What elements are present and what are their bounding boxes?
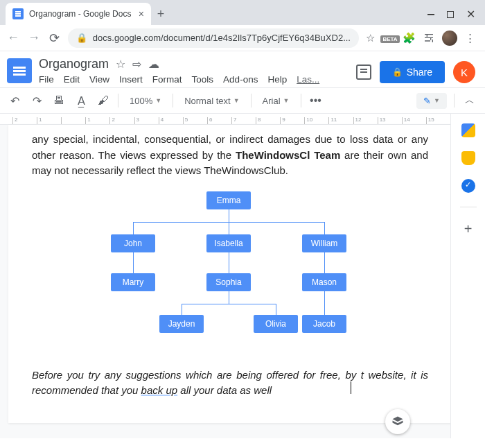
style-value: Normal text [184, 96, 230, 106]
org-node-jacob[interactable]: Jacob [302, 315, 346, 333]
paragraph-style-dropdown[interactable]: Normal text ▼ [180, 96, 243, 106]
org-node-jayden[interactable]: Jayden [159, 315, 204, 333]
org-node-olivia[interactable]: Olivia [254, 315, 298, 333]
tab-title: Organogram - Google Docs [29, 9, 133, 19]
browser-titlebar: Organogram - Google Docs × + ✕ [0, 0, 485, 25]
star-outline-icon[interactable]: ☆ [116, 58, 125, 71]
comment-history-icon[interactable] [356, 64, 371, 80]
org-node-isabella[interactable]: Isabella [206, 234, 251, 252]
menu-file[interactable]: File [39, 74, 54, 85]
star-icon[interactable]: ☆ [364, 32, 377, 44]
connector [133, 222, 134, 234]
lock-icon: 🔒 [76, 33, 87, 43]
chevron-down-icon: ▼ [155, 97, 161, 104]
org-node-marry[interactable]: Marry [111, 273, 155, 291]
more-tools-icon[interactable]: ••• [308, 94, 324, 107]
collapse-toolbar-icon[interactable]: ︿ [461, 94, 478, 107]
connector [229, 222, 229, 234]
document-scroll[interactable]: 21123456789101112131415 any special, inc… [0, 114, 450, 438]
menu-insert[interactable]: Insert [119, 74, 143, 85]
window-close-icon[interactable]: ✕ [466, 11, 475, 18]
account-avatar[interactable]: K [453, 61, 475, 83]
spellcheck-icon[interactable]: A̲ [73, 94, 89, 107]
chrome-menu-icon[interactable]: ⋮ [464, 32, 477, 44]
text-cursor [351, 381, 352, 394]
menu-format[interactable]: Format [152, 74, 182, 85]
toolbar: ↶ ↷ 🖶 A̲ 🖌 100% ▼ Normal text ▼ Arial ▼ … [0, 87, 485, 114]
separator [251, 94, 252, 107]
nav-reload-icon[interactable]: ⟳ [47, 31, 62, 46]
chevron-down-icon: ▼ [434, 97, 440, 104]
share-button[interactable]: 🔒 Share [380, 61, 445, 83]
account-initial: K [461, 67, 468, 78]
print-icon[interactable]: 🖶 [51, 94, 67, 107]
redo-icon[interactable]: ↷ [29, 94, 44, 107]
tab-close-icon[interactable]: × [139, 8, 144, 19]
pencil-icon: ✎ [423, 96, 431, 106]
font-dropdown[interactable]: Arial ▼ [258, 96, 294, 106]
side-panel: + [450, 114, 485, 438]
org-node-john[interactable]: John [111, 234, 155, 252]
paragraph: Before you try any suggestions which are… [32, 368, 428, 399]
undo-icon[interactable]: ↶ [7, 94, 22, 107]
url-text: docs.google.com/document/d/1e4s2Ils7Tp6y… [93, 33, 351, 43]
chevron-down-icon: ▼ [283, 97, 290, 104]
document-title[interactable]: Organogram [39, 57, 109, 71]
google-docs-logo-icon[interactable] [7, 58, 32, 83]
separator [460, 207, 477, 207]
menu-view[interactable]: View [89, 74, 109, 85]
main-area: 21123456789101112131415 any special, inc… [0, 114, 485, 438]
font-value: Arial [263, 96, 281, 106]
settings-slider-icon[interactable] [423, 32, 435, 44]
org-node-emma[interactable]: Emma [206, 191, 251, 209]
extension-icons: ☆ BETA 🧩 ⋮ [364, 31, 479, 46]
cloud-status-icon[interactable]: ☁ [148, 58, 159, 71]
connector [229, 209, 229, 222]
extension-shield-icon[interactable]: BETA [384, 32, 396, 44]
menu-help[interactable]: Help [267, 74, 287, 85]
zoom-dropdown[interactable]: 100% ▼ [125, 96, 166, 106]
nav-back-icon[interactable]: ← [6, 31, 21, 45]
explore-button[interactable] [385, 409, 410, 434]
organogram-diagram[interactable]: Emma John Isabella William Marry Sophia … [91, 191, 369, 351]
google-keep-icon[interactable] [461, 151, 475, 165]
docs-favicon-icon [12, 8, 24, 19]
separator [301, 94, 301, 107]
connector [276, 304, 276, 315]
org-node-william[interactable]: William [302, 234, 346, 252]
window-minimize-icon[interactable] [427, 14, 434, 15]
menu-bar: File Edit View Insert Format Tools Add-o… [39, 74, 349, 85]
connector [229, 291, 229, 304]
share-label: Share [407, 67, 432, 78]
profile-avatar-icon[interactable] [442, 31, 457, 46]
extensions-puzzle-icon[interactable]: 🧩 [403, 32, 416, 44]
document-page[interactable]: any special, incidental, consequential, … [8, 125, 450, 423]
window-maximize-icon[interactable] [447, 11, 454, 18]
connector [324, 222, 325, 234]
google-calendar-icon[interactable] [461, 123, 475, 137]
org-node-mason[interactable]: Mason [302, 273, 346, 291]
menu-addons[interactable]: Add-ons [223, 74, 258, 85]
move-folder-icon[interactable]: ⇨ [132, 58, 141, 71]
horizontal-ruler[interactable]: 21123456789101112131415 [0, 114, 450, 125]
docs-header: Organogram ☆ ⇨ ☁ File Edit View Insert F… [0, 51, 485, 87]
window-controls: ✕ [427, 11, 485, 25]
org-node-sophia[interactable]: Sophia [206, 273, 251, 291]
paragraph: any special, incidental, consequential, … [32, 132, 428, 179]
connector [324, 291, 325, 315]
browser-tab[interactable]: Organogram - Google Docs × [6, 3, 151, 25]
connector [182, 304, 276, 304]
url-field[interactable]: 🔒 docs.google.com/document/d/1e4s2Ils7Tp… [68, 28, 359, 48]
menu-last-edit[interactable]: Las... [297, 74, 319, 85]
paint-format-icon[interactable]: 🖌 [96, 94, 111, 107]
menu-tools[interactable]: Tools [192, 74, 214, 85]
add-addon-icon[interactable]: + [464, 221, 473, 237]
separator [118, 94, 118, 107]
zoom-value: 100% [130, 96, 152, 106]
new-tab-button[interactable]: + [151, 4, 170, 24]
editing-mode-button[interactable]: ✎ ▼ [416, 93, 447, 109]
google-tasks-icon[interactable] [461, 179, 475, 193]
connector [133, 252, 134, 273]
menu-edit[interactable]: Edit [64, 74, 80, 85]
nav-forward-icon: → [26, 31, 42, 45]
